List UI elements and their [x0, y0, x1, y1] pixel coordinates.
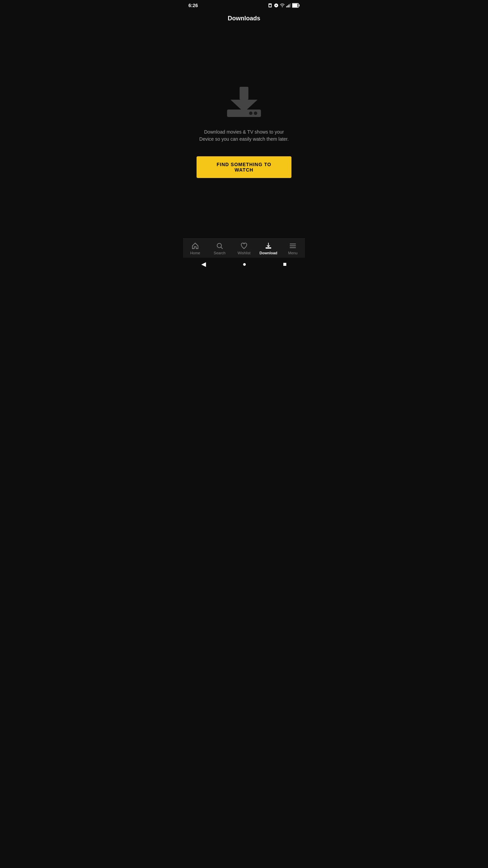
home-button[interactable]: ● [243, 261, 246, 268]
heart-icon [240, 242, 248, 250]
svg-rect-10 [292, 4, 298, 7]
recents-button[interactable]: ■ [283, 261, 287, 268]
nav-item-search[interactable]: Search [209, 242, 230, 255]
menu-icon [289, 242, 297, 250]
nav-label-search: Search [214, 251, 226, 255]
status-time: 6:26 [188, 3, 198, 8]
download-illustration [224, 85, 264, 120]
nav-label-menu: Menu [288, 251, 298, 255]
system-navigation: ◀ ● ■ [183, 258, 305, 271]
svg-rect-19 [266, 248, 271, 249]
sim-card-icon [268, 3, 272, 8]
svg-line-18 [221, 247, 222, 249]
page-title: Downloads [228, 15, 260, 22]
main-content: Download movies & TV shows to your Devic… [183, 25, 305, 238]
download-empty-icon [224, 85, 264, 119]
nav-item-menu[interactable]: Menu [283, 242, 303, 255]
nav-label-download: Download [260, 251, 278, 255]
app-icon [274, 3, 279, 8]
description-text: Download movies & TV shows to your Devic… [190, 129, 298, 143]
svg-rect-1 [269, 5, 271, 7]
status-icons [268, 3, 300, 8]
nav-item-download[interactable]: Download [258, 242, 279, 255]
wifi-icon [280, 3, 285, 8]
svg-rect-6 [287, 5, 288, 7]
nav-item-wishlist[interactable]: Wishlist [234, 242, 254, 255]
svg-rect-7 [289, 4, 289, 7]
status-bar: 6:26 [183, 0, 305, 11]
search-icon [216, 242, 223, 250]
signal-icon [286, 3, 291, 8]
nav-item-home[interactable]: Home [185, 242, 205, 255]
svg-rect-12 [240, 87, 248, 100]
page-header: Downloads [183, 11, 305, 25]
svg-point-4 [282, 7, 283, 7]
nav-label-wishlist: Wishlist [238, 251, 250, 255]
svg-rect-11 [299, 4, 300, 6]
nav-label-home: Home [190, 251, 200, 255]
svg-point-16 [254, 112, 257, 115]
battery-icon [292, 3, 300, 8]
back-button[interactable]: ◀ [201, 260, 206, 268]
home-icon [191, 242, 199, 250]
find-something-to-watch-button[interactable]: FIND SOMETHING TO WATCH [197, 156, 291, 178]
svg-rect-8 [290, 3, 290, 7]
bottom-navigation: Home Search Wishlist Download Menu [183, 238, 305, 258]
svg-point-15 [249, 112, 252, 115]
download-nav-icon [265, 242, 272, 250]
svg-rect-5 [286, 6, 287, 7]
